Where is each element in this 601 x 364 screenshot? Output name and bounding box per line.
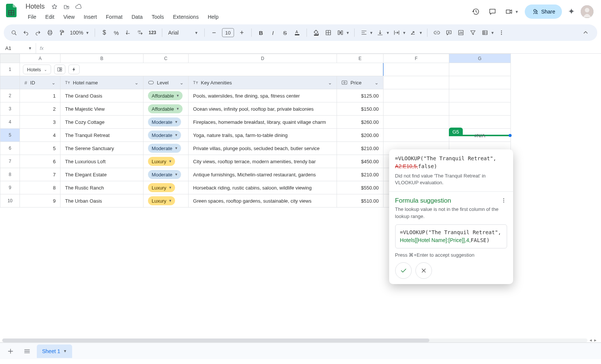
doc-title[interactable]: Hotels bbox=[23, 2, 47, 11]
chevron-down-icon[interactable]: ⌄ bbox=[328, 80, 332, 86]
table-cell[interactable]: $510.00 bbox=[337, 194, 383, 208]
menu-insert[interactable]: Insert bbox=[80, 12, 101, 21]
table-cell[interactable]: Private villas, plunge pools, secluded b… bbox=[189, 142, 337, 155]
table-cell[interactable]: Yoga, nature trails, spa, farm-to-table … bbox=[189, 129, 337, 142]
menu-tools[interactable]: Tools bbox=[148, 12, 168, 21]
more-vert-icon[interactable] bbox=[497, 28, 506, 38]
borders-icon[interactable] bbox=[323, 28, 333, 38]
table-cell[interactable]: $150.00 bbox=[337, 102, 383, 116]
cell[interactable] bbox=[449, 76, 510, 89]
table-cell[interactable]: City views, rooftop terrace, modern amen… bbox=[189, 155, 337, 168]
col-C[interactable]: C bbox=[143, 54, 188, 63]
menu-view[interactable]: View bbox=[60, 12, 79, 21]
col-hotel[interactable]: TᴛHotel name⌄ bbox=[60, 76, 143, 89]
gemini-icon[interactable]: ✦ bbox=[568, 7, 575, 17]
comments-icon[interactable] bbox=[487, 6, 498, 17]
menu-extensions[interactable]: Extensions bbox=[169, 12, 202, 21]
col-A[interactable]: A bbox=[20, 54, 60, 63]
col-level[interactable]: Level⌄ bbox=[143, 76, 188, 89]
row-1[interactable]: 1 bbox=[0, 63, 20, 76]
table-cell[interactable]: $450.00 bbox=[337, 155, 383, 168]
chevron-down-icon[interactable]: ▼ bbox=[63, 349, 67, 353]
table-cell[interactable]: $210.00 bbox=[337, 168, 383, 181]
meet-icon[interactable] bbox=[504, 6, 514, 17]
add-sheet-icon[interactable] bbox=[4, 344, 17, 358]
table-cell[interactable]: Horseback riding, rustic cabins, saloon,… bbox=[189, 181, 337, 194]
level-chip[interactable]: Luxury▼ bbox=[148, 157, 175, 166]
menu-edit[interactable]: Edit bbox=[42, 12, 58, 21]
rowhead-blank[interactable] bbox=[0, 76, 20, 89]
move-icon[interactable] bbox=[63, 3, 70, 11]
table-cell[interactable]: 1 bbox=[20, 89, 60, 102]
link-icon[interactable] bbox=[432, 28, 442, 38]
zoom-select[interactable]: 100%▼ bbox=[69, 30, 90, 36]
level-chip[interactable]: Moderate▼ bbox=[148, 117, 181, 126]
cell[interactable] bbox=[384, 89, 449, 102]
row-9[interactable]: 9 bbox=[0, 181, 20, 194]
table-cell[interactable]: Luxury▼ bbox=[143, 181, 188, 194]
fill-color-icon[interactable] bbox=[311, 28, 321, 38]
chevron-down-icon[interactable]: ⌄ bbox=[51, 80, 56, 86]
cell[interactable] bbox=[384, 76, 449, 89]
table-cell[interactable]: $260.00 bbox=[337, 116, 383, 129]
col-id[interactable]: #ID⌄ bbox=[20, 76, 60, 89]
star-icon[interactable] bbox=[51, 3, 58, 11]
merge-icon[interactable] bbox=[335, 28, 345, 38]
bold-icon[interactable]: B bbox=[256, 28, 266, 38]
wrap-icon[interactable] bbox=[392, 28, 402, 38]
comment-add-icon[interactable] bbox=[444, 28, 454, 38]
chart-insert-icon[interactable] bbox=[456, 28, 466, 38]
menu-file[interactable]: File bbox=[24, 12, 40, 21]
col-amenities[interactable]: TᴛKey Amenities⌄ bbox=[189, 76, 337, 89]
col-E[interactable]: E bbox=[337, 54, 383, 63]
cell[interactable] bbox=[384, 102, 449, 116]
col-B[interactable]: B bbox=[60, 54, 143, 63]
print-icon[interactable] bbox=[45, 28, 55, 38]
font-size-increase[interactable]: + bbox=[237, 28, 247, 38]
table-cell[interactable]: Pools, waterslides, fine dining, spa, fi… bbox=[189, 89, 337, 102]
cell[interactable]: G5 #N/A =VLOOKUP("The Tranquil Retreat",… bbox=[449, 129, 510, 142]
table-cell[interactable]: The Tranquil Retreat bbox=[60, 129, 143, 142]
table-chip[interactable]: Hotels ⌄ bbox=[23, 65, 51, 74]
horizontal-scrollbar[interactable] bbox=[2, 338, 587, 342]
col-price[interactable]: Price⌄ bbox=[337, 76, 383, 89]
name-box[interactable]: A1▼ bbox=[0, 43, 36, 53]
increase-decimal-icon[interactable]: .00 bbox=[136, 28, 145, 38]
chevron-down-icon[interactable]: ⌄ bbox=[180, 80, 184, 86]
history-icon[interactable] bbox=[471, 6, 481, 17]
more-formats-icon[interactable]: 123 bbox=[148, 28, 157, 38]
rotate-icon[interactable] bbox=[408, 28, 418, 38]
level-chip[interactable]: Moderate▼ bbox=[148, 131, 181, 140]
strike-icon[interactable]: S bbox=[280, 28, 290, 38]
level-chip[interactable]: Affordable▼ bbox=[148, 104, 183, 113]
select-all-cell[interactable] bbox=[0, 54, 20, 63]
cell[interactable] bbox=[384, 63, 449, 76]
row-3[interactable]: 3 bbox=[0, 102, 20, 116]
active-cell[interactable]: #N/A bbox=[449, 135, 511, 136]
all-sheets-icon[interactable] bbox=[20, 344, 34, 358]
cell[interactable] bbox=[449, 102, 510, 116]
menu-help[interactable]: Help bbox=[204, 12, 222, 21]
percent-icon[interactable]: % bbox=[112, 28, 121, 38]
level-chip[interactable]: Moderate▼ bbox=[148, 170, 181, 179]
decrease-decimal-icon[interactable]: .0 bbox=[124, 28, 133, 38]
font-size-decrease[interactable]: − bbox=[209, 28, 219, 38]
col-D[interactable]: D bbox=[189, 54, 337, 63]
col-F[interactable]: F bbox=[384, 54, 449, 63]
level-chip[interactable]: Moderate▼ bbox=[148, 144, 181, 153]
table-cell[interactable]: The Rustic Ranch bbox=[60, 181, 143, 194]
table-cell[interactable]: Ocean views, infinity pool, rooftop bar,… bbox=[189, 102, 337, 116]
level-chip[interactable]: Luxury▼ bbox=[148, 196, 175, 205]
table-cell[interactable]: Affordable▼ bbox=[143, 102, 188, 116]
scroll-arrows[interactable]: ◄ ► bbox=[589, 338, 597, 342]
more-vert-icon[interactable] bbox=[500, 197, 507, 204]
cell[interactable] bbox=[384, 116, 449, 129]
table-view-icon[interactable] bbox=[480, 28, 490, 38]
share-button[interactable]: Share bbox=[525, 5, 562, 19]
cell[interactable] bbox=[449, 63, 510, 76]
table-cell[interactable]: The Grand Oasis bbox=[60, 89, 143, 102]
table-cell[interactable]: Moderate▼ bbox=[143, 129, 188, 142]
level-chip[interactable]: Luxury▼ bbox=[148, 183, 175, 192]
filter-icon[interactable] bbox=[468, 28, 478, 38]
italic-icon[interactable]: I bbox=[268, 28, 278, 38]
